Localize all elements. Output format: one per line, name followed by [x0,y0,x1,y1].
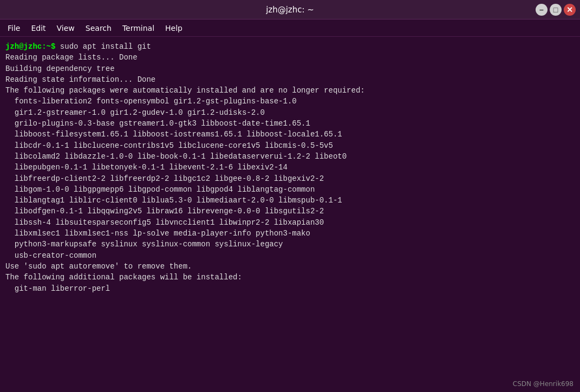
terminal-line: libcdr-0.1-1 libclucene-contribs1v5 libc… [5,140,575,151]
terminal-line: libboost-filesystem1.65.1 libboost-iostr… [5,129,575,140]
terminal-line: Reading package lists... Done [5,52,575,63]
terminal-line: Reading state information... Done [5,74,575,85]
terminal-line: usb-creator-common [5,250,575,261]
terminal-line: libxmlsec1 libxmlsec1-nss lp-solve media… [5,228,575,239]
watermark: CSDN @Henrik698 [513,380,574,388]
command-text: sudo apt install git [60,42,151,51]
terminal-line: Building dependency tree [5,63,575,74]
terminal-line: The following additional packages will b… [5,272,575,283]
terminal-line: libfreerdp-client2-2 libfreerdp2-2 libgc… [5,173,575,184]
terminal-line: liblangtag1 liblirc-client0 liblua5.3-0 … [5,195,575,206]
terminal-line: libodfgen-0.1-1 libqqwing2v5 libraw16 li… [5,206,575,217]
terminal-body[interactable]: jzh@jzhc:~$ sudo apt install gitReading … [0,37,580,392]
terminal-line: libgom-1.0-0 libgpgmepp6 libgpod-common … [5,184,575,195]
terminal-line: git-man liberror-perl [5,283,575,294]
menu-file[interactable]: File [2,22,25,35]
terminal-line: grilo-plugins-0.3-base gstreamer1.0-gtk3… [5,118,575,129]
menu-bar: File Edit View Search Terminal Help [0,19,580,37]
title-bar: jzh@jzhc: ~ – □ ✕ [0,0,580,19]
terminal-window: jzh@jzhc: ~ – □ ✕ File Edit View Search … [0,0,580,392]
menu-terminal[interactable]: Terminal [117,22,160,35]
terminal-line: The following packages were automaticall… [5,85,575,96]
terminal-line: fonts-liberation2 fonts-opensymbol gir1.… [5,96,575,107]
window-controls: – □ ✕ [536,4,576,16]
terminal-line: python3-markupsafe syslinux syslinux-com… [5,239,575,250]
maximize-button[interactable]: □ [550,4,562,16]
terminal-line: jzh@jzhc:~$ sudo apt install git [5,41,575,52]
terminal-line: libepubgen-0.1-1 libetonyek-0.1-1 libeve… [5,162,575,173]
menu-search[interactable]: Search [80,22,117,35]
terminal-line: gir1.2-gstreamer-1.0 gir1.2-gudev-1.0 gi… [5,107,575,118]
terminal-line: libcolamd2 libdazzle-1.0-0 libe-book-0.1… [5,151,575,162]
menu-edit[interactable]: Edit [25,22,51,35]
prompt-text: jzh@jzhc:~$ [5,42,60,51]
menu-help[interactable]: Help [160,22,188,35]
close-button[interactable]: ✕ [564,4,576,16]
terminal-line: libssh-4 libsuitesparseconfig5 libvnccli… [5,217,575,228]
menu-view[interactable]: View [51,22,80,35]
minimize-button[interactable]: – [536,4,548,16]
terminal-line: Use 'sudo apt autoremove' to remove them… [5,261,575,272]
window-title: jzh@jzhc: ~ [266,5,314,15]
